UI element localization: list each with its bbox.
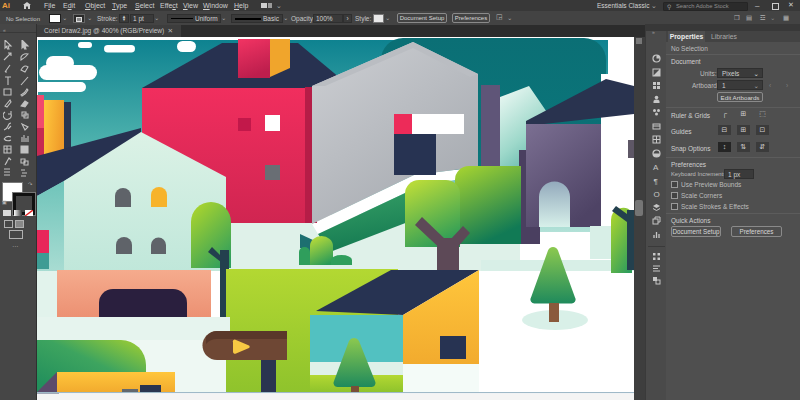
svg-text:O: O xyxy=(654,190,660,199)
svg-text:¶: ¶ xyxy=(654,176,658,185)
svg-text:A: A xyxy=(653,163,659,172)
